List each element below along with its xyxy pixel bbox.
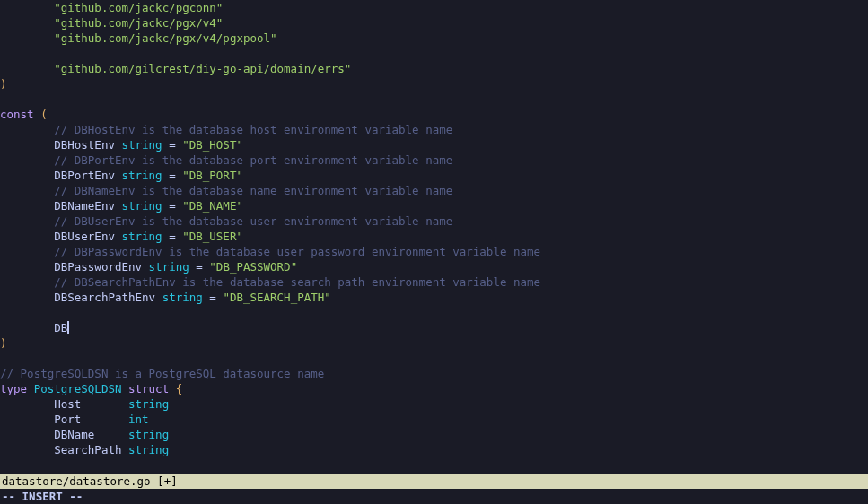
comment: // DBSearchPathEnv is the database searc…	[54, 275, 540, 289]
const-ident: DBPortEnv	[54, 169, 115, 182]
file-path: datastore/datastore.go	[2, 474, 151, 488]
comment: // DBPortEnv is the database port enviro…	[54, 153, 452, 167]
type-string: string	[121, 199, 162, 213]
const-keyword: const	[0, 108, 34, 121]
comment: // DBUserEnv is the database user enviro…	[54, 214, 452, 228]
import-path: "github.com/jackc/pgx/v4"	[54, 16, 223, 30]
modified-indicator: [+]	[157, 474, 178, 488]
field-name: Port	[54, 413, 81, 426]
equals: =	[162, 138, 183, 152]
status-bar: datastore/datastore.go [+]	[0, 474, 868, 489]
string-literal: "DB_HOST"	[182, 138, 243, 152]
vim-mode: -- INSERT --	[2, 490, 83, 503]
const-ident: DBHostEnv	[54, 138, 115, 152]
type-string: string	[121, 230, 162, 243]
field-name: SearchPath	[54, 443, 121, 456]
open-paren: (	[40, 108, 48, 121]
equals: =	[189, 260, 210, 274]
string-literal: "DB_PORT"	[182, 169, 243, 182]
type-string: string	[128, 397, 169, 411]
comment: // PostgreSQLDSN is a PostgreSQL datasou…	[0, 367, 324, 380]
string-literal: "DB_PASSWORD"	[209, 260, 297, 274]
type-string: string	[121, 138, 162, 152]
type-int: int	[128, 413, 149, 426]
comment: // DBNameEnv is the database name enviro…	[54, 184, 452, 197]
field-name: DBName	[54, 428, 94, 441]
const-ident: DBUserEnv	[54, 230, 115, 243]
string-literal: "DB_NAME"	[182, 199, 243, 213]
type-string: string	[149, 260, 189, 274]
equals: =	[203, 291, 224, 304]
comment: // DBPasswordEnv is the database user pa…	[54, 245, 540, 258]
equals: =	[162, 169, 183, 182]
typed-text: DB	[54, 321, 67, 335]
type-string: string	[128, 428, 169, 441]
import-path: "github.com/gilcrest/diy-go-api/domain/e…	[54, 62, 351, 75]
close-paren: )	[0, 77, 7, 91]
text-cursor	[67, 321, 69, 334]
code-editor[interactable]: "github.com/jackc/pgconn" "github.com/ja…	[0, 0, 868, 474]
type-keyword: type	[0, 382, 27, 395]
struct-keyword: struct	[128, 382, 169, 395]
string-literal: "DB_SEARCH_PATH"	[223, 291, 330, 304]
type-name: PostgreSQLDSN	[34, 382, 122, 395]
field-name: Host	[54, 397, 81, 411]
const-ident: DBNameEnv	[54, 199, 115, 213]
equals: =	[162, 199, 183, 213]
type-string: string	[121, 169, 162, 182]
equals: =	[162, 230, 183, 243]
close-paren: )	[0, 336, 7, 350]
const-ident: DBSearchPathEnv	[54, 291, 155, 304]
import-path: "github.com/jackc/pgconn"	[54, 1, 223, 14]
type-string: string	[162, 291, 203, 304]
comment: // DBHostEnv is the database host enviro…	[54, 123, 452, 136]
mode-bar: -- INSERT --	[0, 489, 868, 504]
const-ident: DBPasswordEnv	[54, 260, 142, 274]
string-literal: "DB_USER"	[182, 230, 243, 243]
type-string: string	[128, 443, 169, 456]
import-path: "github.com/jackc/pgx/v4/pgxpool"	[54, 31, 276, 45]
brace-open: {	[176, 382, 183, 395]
